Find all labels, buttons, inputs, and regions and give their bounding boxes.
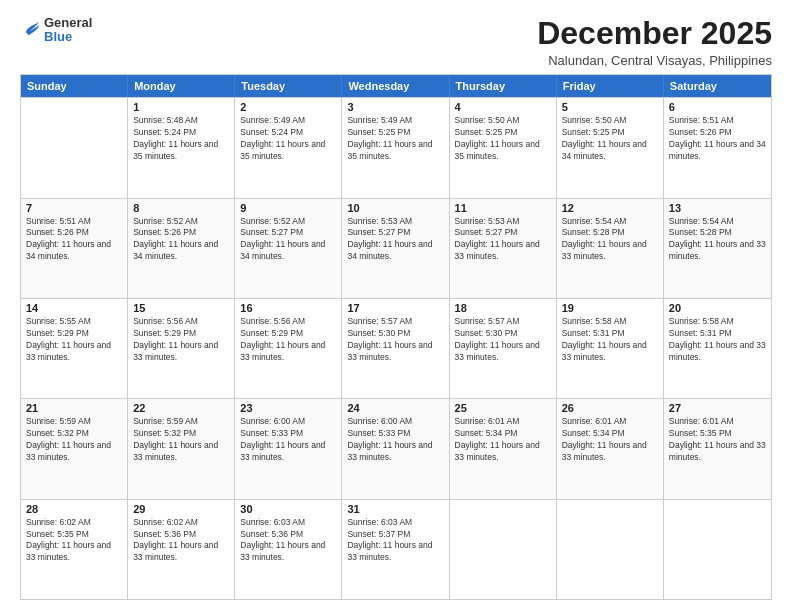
cell-sun-info: Sunrise: 5:52 AMSunset: 5:26 PMDaylight:… (133, 216, 229, 264)
calendar-cell: 20Sunrise: 5:58 AMSunset: 5:31 PMDayligh… (664, 299, 771, 398)
day-header-tuesday: Tuesday (235, 75, 342, 97)
cell-day-number: 12 (562, 202, 658, 214)
cell-sun-info: Sunrise: 5:54 AMSunset: 5:28 PMDaylight:… (562, 216, 658, 264)
cell-sun-info: Sunrise: 5:50 AMSunset: 5:25 PMDaylight:… (455, 115, 551, 163)
calendar-cell: 19Sunrise: 5:58 AMSunset: 5:31 PMDayligh… (557, 299, 664, 398)
cell-day-number: 5 (562, 101, 658, 113)
calendar-cell: 23Sunrise: 6:00 AMSunset: 5:33 PMDayligh… (235, 399, 342, 498)
calendar-cell: 10Sunrise: 5:53 AMSunset: 5:27 PMDayligh… (342, 199, 449, 298)
cell-sun-info: Sunrise: 5:53 AMSunset: 5:27 PMDaylight:… (455, 216, 551, 264)
calendar-cell: 25Sunrise: 6:01 AMSunset: 5:34 PMDayligh… (450, 399, 557, 498)
cell-sun-info: Sunrise: 5:59 AMSunset: 5:32 PMDaylight:… (133, 416, 229, 464)
cell-sun-info: Sunrise: 6:00 AMSunset: 5:33 PMDaylight:… (347, 416, 443, 464)
cell-day-number: 6 (669, 101, 766, 113)
calendar-cell: 18Sunrise: 5:57 AMSunset: 5:30 PMDayligh… (450, 299, 557, 398)
calendar-cell: 7Sunrise: 5:51 AMSunset: 5:26 PMDaylight… (21, 199, 128, 298)
cell-sun-info: Sunrise: 6:02 AMSunset: 5:35 PMDaylight:… (26, 517, 122, 565)
cell-day-number: 1 (133, 101, 229, 113)
cell-sun-info: Sunrise: 5:57 AMSunset: 5:30 PMDaylight:… (455, 316, 551, 364)
cell-sun-info: Sunrise: 5:56 AMSunset: 5:29 PMDaylight:… (133, 316, 229, 364)
cell-day-number: 28 (26, 503, 122, 515)
calendar-cell: 17Sunrise: 5:57 AMSunset: 5:30 PMDayligh… (342, 299, 449, 398)
calendar-cell: 28Sunrise: 6:02 AMSunset: 5:35 PMDayligh… (21, 500, 128, 599)
calendar-header: SundayMondayTuesdayWednesdayThursdayFrid… (21, 75, 771, 97)
cell-day-number: 8 (133, 202, 229, 214)
cell-sun-info: Sunrise: 5:49 AMSunset: 5:25 PMDaylight:… (347, 115, 443, 163)
calendar-cell: 30Sunrise: 6:03 AMSunset: 5:36 PMDayligh… (235, 500, 342, 599)
calendar-row: 1Sunrise: 5:48 AMSunset: 5:24 PMDaylight… (21, 97, 771, 197)
cell-day-number: 20 (669, 302, 766, 314)
cell-day-number: 31 (347, 503, 443, 515)
day-header-wednesday: Wednesday (342, 75, 449, 97)
cell-day-number: 4 (455, 101, 551, 113)
cell-sun-info: Sunrise: 5:52 AMSunset: 5:27 PMDaylight:… (240, 216, 336, 264)
cell-sun-info: Sunrise: 5:53 AMSunset: 5:27 PMDaylight:… (347, 216, 443, 264)
calendar-cell: 31Sunrise: 6:03 AMSunset: 5:37 PMDayligh… (342, 500, 449, 599)
day-header-friday: Friday (557, 75, 664, 97)
header: General Blue December 2025 Nalundan, Cen… (20, 16, 772, 68)
day-header-saturday: Saturday (664, 75, 771, 97)
cell-day-number: 17 (347, 302, 443, 314)
cell-day-number: 23 (240, 402, 336, 414)
cell-day-number: 11 (455, 202, 551, 214)
cell-day-number: 15 (133, 302, 229, 314)
cell-sun-info: Sunrise: 6:01 AMSunset: 5:34 PMDaylight:… (455, 416, 551, 464)
calendar-cell: 8Sunrise: 5:52 AMSunset: 5:26 PMDaylight… (128, 199, 235, 298)
cell-sun-info: Sunrise: 6:01 AMSunset: 5:34 PMDaylight:… (562, 416, 658, 464)
cell-day-number: 2 (240, 101, 336, 113)
day-header-monday: Monday (128, 75, 235, 97)
calendar-cell: 4Sunrise: 5:50 AMSunset: 5:25 PMDaylight… (450, 98, 557, 197)
cell-day-number: 24 (347, 402, 443, 414)
calendar-body: 1Sunrise: 5:48 AMSunset: 5:24 PMDaylight… (21, 97, 771, 599)
page: General Blue December 2025 Nalundan, Cen… (0, 0, 792, 612)
calendar-cell: 22Sunrise: 5:59 AMSunset: 5:32 PMDayligh… (128, 399, 235, 498)
calendar-cell: 21Sunrise: 5:59 AMSunset: 5:32 PMDayligh… (21, 399, 128, 498)
calendar-cell: 6Sunrise: 5:51 AMSunset: 5:26 PMDaylight… (664, 98, 771, 197)
cell-day-number: 10 (347, 202, 443, 214)
calendar-cell: 2Sunrise: 5:49 AMSunset: 5:24 PMDaylight… (235, 98, 342, 197)
calendar-cell: 29Sunrise: 6:02 AMSunset: 5:36 PMDayligh… (128, 500, 235, 599)
cell-day-number: 25 (455, 402, 551, 414)
calendar-cell (450, 500, 557, 599)
day-header-thursday: Thursday (450, 75, 557, 97)
logo: General Blue (20, 16, 92, 45)
calendar-cell: 27Sunrise: 6:01 AMSunset: 5:35 PMDayligh… (664, 399, 771, 498)
calendar-cell: 15Sunrise: 5:56 AMSunset: 5:29 PMDayligh… (128, 299, 235, 398)
cell-sun-info: Sunrise: 5:51 AMSunset: 5:26 PMDaylight:… (669, 115, 766, 163)
cell-sun-info: Sunrise: 5:59 AMSunset: 5:32 PMDaylight:… (26, 416, 122, 464)
cell-sun-info: Sunrise: 6:03 AMSunset: 5:37 PMDaylight:… (347, 517, 443, 565)
cell-sun-info: Sunrise: 5:57 AMSunset: 5:30 PMDaylight:… (347, 316, 443, 364)
calendar-cell (557, 500, 664, 599)
calendar-cell: 14Sunrise: 5:55 AMSunset: 5:29 PMDayligh… (21, 299, 128, 398)
calendar-cell (21, 98, 128, 197)
calendar-cell: 3Sunrise: 5:49 AMSunset: 5:25 PMDaylight… (342, 98, 449, 197)
calendar: SundayMondayTuesdayWednesdayThursdayFrid… (20, 74, 772, 600)
calendar-cell: 26Sunrise: 6:01 AMSunset: 5:34 PMDayligh… (557, 399, 664, 498)
cell-day-number: 13 (669, 202, 766, 214)
calendar-row: 7Sunrise: 5:51 AMSunset: 5:26 PMDaylight… (21, 198, 771, 298)
calendar-row: 14Sunrise: 5:55 AMSunset: 5:29 PMDayligh… (21, 298, 771, 398)
cell-sun-info: Sunrise: 5:50 AMSunset: 5:25 PMDaylight:… (562, 115, 658, 163)
cell-day-number: 18 (455, 302, 551, 314)
cell-sun-info: Sunrise: 5:56 AMSunset: 5:29 PMDaylight:… (240, 316, 336, 364)
cell-sun-info: Sunrise: 6:00 AMSunset: 5:33 PMDaylight:… (240, 416, 336, 464)
cell-day-number: 22 (133, 402, 229, 414)
calendar-cell (664, 500, 771, 599)
cell-day-number: 16 (240, 302, 336, 314)
calendar-cell: 1Sunrise: 5:48 AMSunset: 5:24 PMDaylight… (128, 98, 235, 197)
title-block: December 2025 Nalundan, Central Visayas,… (537, 16, 772, 68)
cell-sun-info: Sunrise: 5:54 AMSunset: 5:28 PMDaylight:… (669, 216, 766, 264)
logo-general: General (44, 16, 92, 30)
calendar-cell: 12Sunrise: 5:54 AMSunset: 5:28 PMDayligh… (557, 199, 664, 298)
logo-bird-icon (20, 19, 42, 41)
calendar-cell: 16Sunrise: 5:56 AMSunset: 5:29 PMDayligh… (235, 299, 342, 398)
location: Nalundan, Central Visayas, Philippines (537, 53, 772, 68)
cell-day-number: 30 (240, 503, 336, 515)
calendar-cell: 24Sunrise: 6:00 AMSunset: 5:33 PMDayligh… (342, 399, 449, 498)
cell-day-number: 3 (347, 101, 443, 113)
cell-sun-info: Sunrise: 6:03 AMSunset: 5:36 PMDaylight:… (240, 517, 336, 565)
cell-day-number: 29 (133, 503, 229, 515)
calendar-cell: 13Sunrise: 5:54 AMSunset: 5:28 PMDayligh… (664, 199, 771, 298)
month-title: December 2025 (537, 16, 772, 51)
calendar-cell: 11Sunrise: 5:53 AMSunset: 5:27 PMDayligh… (450, 199, 557, 298)
